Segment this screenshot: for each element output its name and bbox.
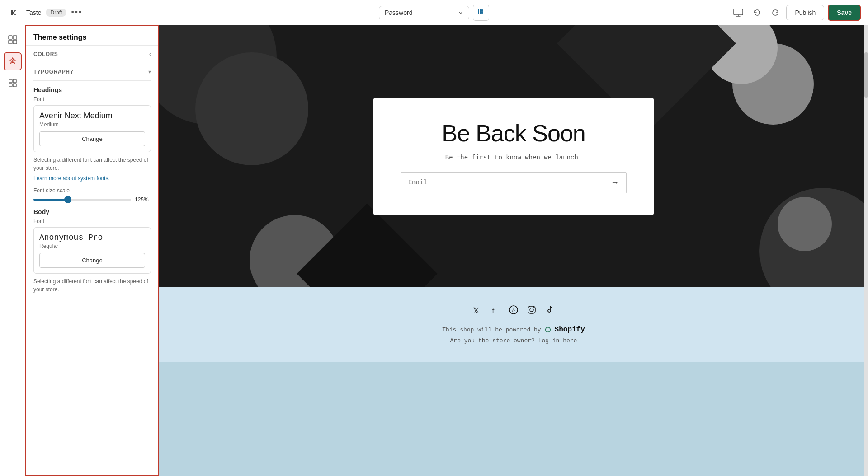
shape-2 — [195, 52, 308, 165]
tiktok-icon[interactable] — [545, 305, 554, 317]
svg-rect-8 — [480, 13, 481, 14]
blocks-icon[interactable] — [4, 74, 22, 92]
typography-chevron: ▾ — [148, 69, 151, 75]
svg-rect-7 — [478, 13, 479, 14]
scrollbar-thumb[interactable] — [864, 52, 868, 98]
facebook-icon[interactable]: f — [491, 305, 500, 317]
desktop-view-button[interactable] — [730, 5, 746, 21]
slider-fill — [33, 199, 68, 201]
body-font-weight: Regular — [39, 243, 145, 249]
social-icons: 𝕏 f — [168, 305, 859, 317]
colors-label: COLORS — [33, 51, 58, 57]
side-panel: Theme settings COLORS ‹ TYPOGRAPHY ▾ Hea… — [25, 25, 159, 476]
email-submit-button[interactable]: → — [604, 173, 626, 193]
svg-rect-12 — [13, 36, 17, 39]
preview-area: Be Back Soon Be the first to know when w… — [159, 25, 868, 476]
panel-title: Theme settings — [33, 33, 86, 41]
topbar: Taste Draft ••• Password — [0, 0, 868, 25]
login-link[interactable]: Log in here — [538, 337, 577, 344]
coming-soon-background: Be Back Soon Be the first to know when w… — [159, 25, 868, 287]
heading-hint-text: Selecting a different font can affect th… — [33, 156, 151, 172]
svg-point-22 — [509, 306, 518, 314]
typography-section: TYPOGRAPHY ▾ Headings Font Avenir Next M… — [26, 63, 158, 303]
slider-track[interactable] — [33, 199, 131, 201]
svg-rect-11 — [9, 36, 12, 39]
svg-rect-17 — [13, 79, 16, 83]
svg-rect-4 — [478, 11, 479, 13]
svg-rect-3 — [481, 9, 483, 11]
content-card: Be Back Soon Be the first to know when w… — [373, 98, 654, 215]
shape-7 — [778, 197, 832, 251]
icon-rail — [0, 25, 25, 476]
more-options-button[interactable]: ••• — [71, 8, 82, 17]
heading-font-card: Avenir Next Medium Medium Change — [33, 105, 151, 152]
heading-change-button[interactable]: Change — [39, 131, 145, 146]
heading-font-name: Avenir Next Medium — [39, 111, 145, 121]
heading-learn-link[interactable]: Learn more about system fonts. — [33, 175, 110, 182]
topbar-center: Password — [379, 5, 489, 21]
page-selector-label: Password — [385, 9, 412, 16]
back-button[interactable] — [7, 5, 22, 20]
powered-text: This shop will be powered by Shopify — [168, 326, 859, 334]
svg-point-15 — [12, 60, 14, 62]
svg-rect-2 — [480, 9, 481, 11]
body-font-name: Anonymous Pro — [39, 233, 145, 242]
svg-rect-5 — [480, 11, 481, 13]
email-input[interactable] — [401, 173, 604, 191]
svg-rect-19 — [13, 84, 16, 87]
svg-point-24 — [530, 308, 533, 312]
instagram-icon[interactable] — [527, 305, 536, 317]
typography-label: TYPOGRAPHY — [33, 69, 74, 75]
heading-font-weight: Medium — [39, 121, 145, 128]
body-title: Body — [33, 208, 151, 215]
page-selector[interactable]: Password — [379, 6, 469, 19]
slider-thumb[interactable] — [64, 196, 71, 203]
svg-rect-6 — [481, 11, 483, 13]
store-name: Taste — [26, 9, 41, 16]
font-size-scale-section: Font size scale 125% — [33, 187, 151, 203]
undo-button[interactable] — [750, 5, 764, 20]
topbar-left: Taste Draft ••• — [7, 5, 725, 20]
svg-rect-0 — [11, 10, 13, 15]
svg-rect-9 — [481, 13, 483, 14]
colors-section-header[interactable]: COLORS ‹ — [26, 46, 158, 63]
body-change-button[interactable]: Change — [39, 253, 145, 268]
svg-rect-18 — [9, 84, 12, 87]
twitter-icon[interactable]: 𝕏 — [473, 305, 482, 317]
slider-value: 125% — [135, 196, 151, 203]
heading-font-label: Font — [33, 96, 151, 103]
svg-rect-16 — [9, 79, 12, 83]
svg-text:f: f — [492, 306, 495, 314]
svg-point-25 — [533, 307, 534, 308]
pinterest-icon[interactable] — [509, 305, 518, 317]
topbar-right: Publish Save — [730, 5, 861, 21]
body-font-card: Anonymous Pro Regular Change — [33, 227, 151, 274]
footer-area: 𝕏 f This shop will be — [159, 287, 868, 362]
main-layout: Theme settings COLORS ‹ TYPOGRAPHY ▾ Hea… — [0, 25, 868, 476]
store-owner-text: Are you the store owner? Log in here — [168, 337, 859, 344]
theme-settings-icon[interactable] — [4, 52, 22, 70]
preview-content: Be Back Soon Be the first to know when w… — [159, 25, 868, 476]
publish-button[interactable]: Publish — [786, 5, 824, 20]
headings-title: Headings — [33, 86, 151, 93]
draft-badge: Draft — [46, 9, 66, 17]
save-button[interactable]: Save — [828, 5, 861, 21]
svg-rect-14 — [13, 40, 17, 44]
font-size-scale-label: Font size scale — [33, 187, 151, 194]
slider-row: 125% — [33, 196, 151, 203]
grid-view-button[interactable] — [473, 5, 489, 21]
scrollbar-track — [864, 25, 868, 476]
typography-header[interactable]: TYPOGRAPHY ▾ — [33, 63, 151, 81]
svg-rect-1 — [478, 9, 479, 11]
redo-button[interactable] — [768, 5, 783, 20]
body-hint-text: Selecting a different font can affect th… — [33, 277, 151, 294]
coming-soon-subtitle: Be the first to know when we launch. — [401, 154, 627, 161]
body-font-label: Font — [33, 218, 151, 224]
panel-header: Theme settings — [26, 26, 158, 46]
svg-rect-13 — [9, 40, 12, 44]
sections-icon[interactable] — [4, 31, 22, 49]
svg-text:𝕏: 𝕏 — [473, 306, 480, 314]
email-input-row: → — [401, 172, 627, 193]
colors-chevron: ‹ — [149, 51, 151, 57]
coming-soon-title: Be Back Soon — [401, 120, 627, 147]
